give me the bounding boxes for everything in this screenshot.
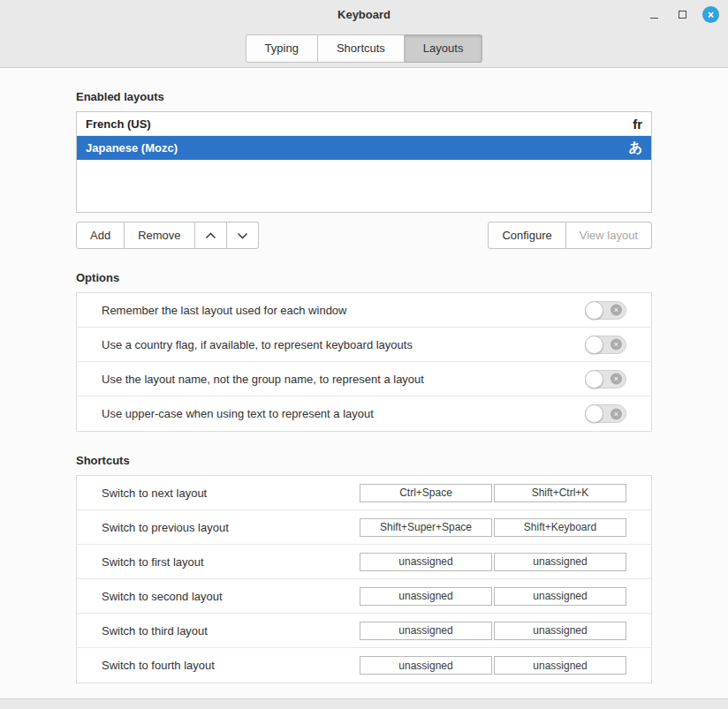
layout-item-japanese-mozc[interactable]: Japanese (Mozc) あ — [77, 136, 651, 160]
keybinding-button[interactable]: unassigned — [494, 622, 626, 640]
layouts-page: Enabled layouts French (US) fr Japanese … — [0, 68, 728, 698]
tab-shortcuts[interactable]: Shortcuts — [318, 34, 405, 63]
option-row-layout-name: Use the layout name, not the group name,… — [77, 362, 651, 396]
view-layout-button[interactable]: View layout — [566, 222, 652, 249]
window-title: Keyboard — [337, 8, 391, 21]
keybinding-button[interactable]: unassigned — [360, 553, 492, 571]
option-row-upper-case: Use upper-case when using text to repres… — [77, 396, 651, 431]
window-bottom-edge — [0, 698, 728, 709]
options-panel: Remember the last layout used for each w… — [76, 292, 652, 432]
keybinding-group: unassigned unassigned — [360, 656, 626, 675]
keybinding-button[interactable]: unassigned — [494, 656, 626, 675]
minimize-icon — [650, 18, 658, 19]
shortcuts-panel: Switch to next layout Ctrl+Space Shift+C… — [76, 475, 652, 683]
layout-item-french-us[interactable]: French (US) fr — [77, 112, 651, 136]
keybinding-group: Shift+Super+Space Shift+Keyboard — [360, 518, 626, 537]
toggle-country-flag[interactable]: × — [585, 336, 626, 354]
shortcut-row-previous-layout: Switch to previous layout Shift+Super+Sp… — [77, 510, 651, 545]
tab-typing[interactable]: Typing — [246, 34, 318, 63]
toggle-knob — [585, 404, 603, 423]
tab-layouts[interactable]: Layouts — [405, 34, 483, 63]
layout-view-button-group: Configure View layout — [488, 222, 652, 249]
move-layout-down-button[interactable] — [227, 222, 259, 249]
toggle-knob — [585, 301, 603, 320]
keybinding-button[interactable]: unassigned — [360, 622, 492, 640]
keybinding-group: unassigned unassigned — [360, 553, 626, 571]
enabled-layouts-list: French (US) fr Japanese (Mozc) あ — [76, 111, 652, 213]
keybinding-button[interactable]: unassigned — [360, 587, 492, 606]
toggle-off-icon: × — [610, 305, 622, 316]
shortcut-label: Switch to previous layout — [102, 521, 229, 534]
shortcut-row-next-layout: Switch to next layout Ctrl+Space Shift+C… — [77, 476, 651, 510]
option-row-country-flag: Use a country flag, if available, to rep… — [77, 328, 651, 362]
layout-name: French (US) — [86, 117, 151, 131]
shortcut-row-second-layout: Switch to second layout unassigned unass… — [77, 579, 651, 614]
move-layout-up-button[interactable] — [195, 222, 227, 249]
layout-name: Japanese (Mozc) — [86, 141, 178, 155]
keybinding-button[interactable]: unassigned — [494, 553, 626, 571]
keybinding-button[interactable]: unassigned — [360, 656, 492, 675]
chevron-up-icon — [205, 232, 216, 239]
close-button[interactable]: × — [702, 6, 719, 23]
shortcut-label: Switch to third layout — [102, 624, 208, 637]
toggle-knob — [585, 336, 603, 354]
toggle-off-icon: × — [610, 373, 622, 385]
add-layout-button[interactable]: Add — [76, 222, 125, 249]
keybinding-button[interactable]: Shift+Super+Space — [360, 518, 492, 537]
tab-group: Typing Shortcuts Layouts — [246, 34, 483, 63]
shortcut-label: Switch to second layout — [102, 590, 223, 603]
shortcut-row-first-layout: Switch to first layout unassigned unassi… — [77, 545, 651, 579]
enabled-layouts-heading: Enabled layouts — [76, 68, 652, 111]
option-label: Use the layout name, not the group name,… — [102, 373, 424, 386]
toggle-off-icon: × — [610, 408, 622, 419]
minimize-button[interactable] — [646, 6, 663, 23]
keybinding-button[interactable]: Shift+Ctrl+K — [494, 484, 626, 502]
keybinding-button[interactable]: Shift+Keyboard — [494, 518, 626, 537]
option-label: Remember the last layout used for each w… — [102, 304, 346, 317]
titlebar[interactable]: Keyboard × — [0, 0, 728, 29]
maximize-button[interactable] — [674, 6, 691, 23]
toggle-upper-case[interactable]: × — [585, 404, 626, 423]
keybinding-group: unassigned unassigned — [360, 587, 626, 606]
shortcut-label: Switch to next layout — [102, 486, 207, 500]
maximize-icon — [679, 11, 686, 19]
layout-list-actions: Add Remove Configure View layout — [76, 222, 652, 249]
configure-button[interactable]: Configure — [488, 222, 565, 249]
toggle-layout-name[interactable]: × — [585, 370, 626, 388]
options-heading: Options — [76, 249, 652, 292]
keybinding-button[interactable]: Ctrl+Space — [360, 484, 492, 502]
layout-edit-button-group: Add Remove — [76, 222, 259, 249]
tab-bar: Typing Shortcuts Layouts — [0, 29, 728, 68]
window-controls: × — [646, 0, 719, 29]
layout-indicator: fr — [633, 117, 642, 132]
option-label: Use upper-case when using text to repres… — [102, 407, 374, 420]
keyboard-settings-window: Keyboard × Typing Shortcuts Layouts Enab… — [0, 0, 728, 709]
shortcut-label: Switch to first layout — [102, 555, 204, 569]
option-row-remember-last-layout: Remember the last layout used for each w… — [77, 293, 651, 328]
shortcuts-heading: Shortcuts — [76, 432, 652, 475]
keybinding-group: Ctrl+Space Shift+Ctrl+K — [360, 484, 626, 502]
chevron-down-icon — [237, 232, 248, 239]
remove-layout-button[interactable]: Remove — [125, 222, 194, 249]
layout-indicator: あ — [629, 140, 642, 156]
toggle-off-icon: × — [610, 339, 622, 351]
close-icon: × — [708, 10, 714, 20]
keybinding-group: unassigned unassigned — [360, 622, 626, 640]
toggle-knob — [585, 370, 603, 388]
toggle-remember-last-layout[interactable]: × — [585, 301, 626, 320]
shortcut-label: Switch to fourth layout — [102, 659, 215, 672]
keybinding-button[interactable]: unassigned — [494, 587, 626, 606]
shortcut-row-third-layout: Switch to third layout unassigned unassi… — [77, 614, 651, 648]
option-label: Use a country flag, if available, to rep… — [102, 338, 413, 351]
shortcut-row-fourth-layout: Switch to fourth layout unassigned unass… — [77, 648, 651, 683]
